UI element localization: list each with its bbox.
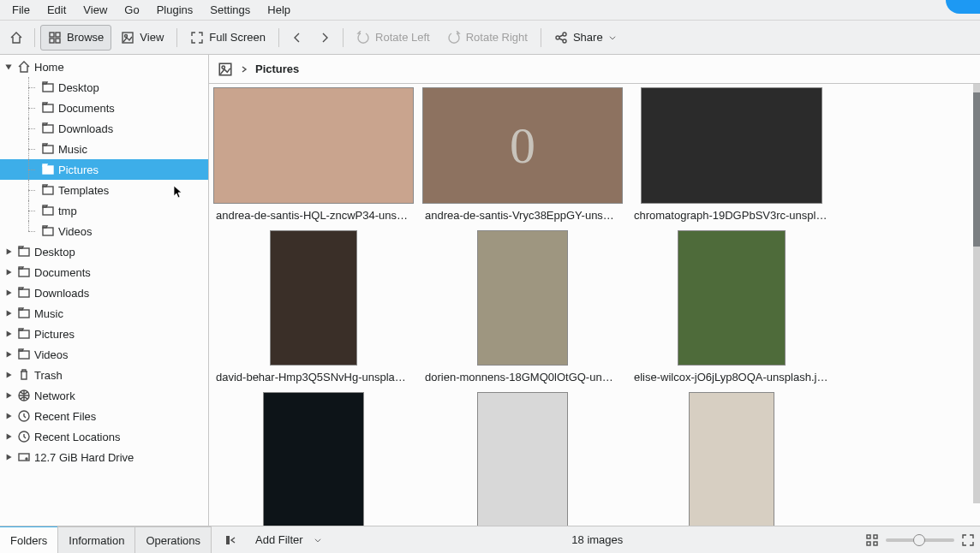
svg-point-5 — [125, 34, 128, 37]
menubar: File Edit View Go Plugins Settings Help — [0, 0, 980, 21]
svg-rect-1 — [56, 33, 60, 37]
panel-left-icon — [224, 533, 238, 547]
tree-item-videos[interactable]: Videos — [0, 221, 208, 241]
svg-rect-21 — [19, 330, 29, 338]
browse-mode-button[interactable]: Browse — [40, 25, 111, 51]
thumbnail-caption: andrea-de-santis-Vryc38EppGY-uns… — [425, 209, 620, 222]
view-mode-button[interactable]: View — [113, 25, 171, 51]
svg-rect-19 — [19, 289, 29, 297]
svg-rect-12 — [43, 146, 53, 153]
tree-home[interactable]: Home — [0, 56, 208, 77]
tree-item-trash[interactable]: Trash — [0, 365, 208, 385]
tree-label: Recent Files — [34, 410, 96, 423]
tree-item-music[interactable]: Music — [0, 139, 208, 159]
menu-view[interactable]: View — [75, 1, 116, 19]
view-label: View — [140, 31, 164, 44]
places-tree[interactable]: Home Desktop Documents Downloads Music P… — [0, 55, 209, 526]
chevron-left-icon — [290, 31, 304, 45]
place-icon — [17, 348, 31, 361]
thumbnail-item[interactable]: david-behar-Hmp3Q5SNvHg-unspla… — [209, 230, 418, 392]
menu-help[interactable]: Help — [259, 1, 299, 19]
fullscreen-icon[interactable] — [961, 533, 975, 547]
tree-label: Desktop — [58, 81, 99, 94]
tab-information[interactable]: Information — [57, 526, 135, 553]
thumbnail-item[interactable] — [209, 392, 418, 526]
svg-rect-18 — [19, 269, 29, 276]
tree-item-documents[interactable]: Documents — [0, 98, 208, 118]
thumbnail-item[interactable] — [627, 392, 836, 526]
folder-icon — [41, 101, 55, 115]
thumbnail-item[interactable] — [418, 392, 627, 526]
thumbnail-caption: david-behar-Hmp3Q5SNvHg-unspla… — [216, 371, 411, 384]
tab-folders[interactable]: Folders — [0, 526, 58, 553]
tree-item-videos[interactable]: Videos — [0, 344, 208, 365]
thumbnail-image — [689, 392, 774, 526]
thumbnail-item[interactable]: 0 andrea-de-santis-Vryc38EppGY-uns… — [418, 87, 627, 230]
rotate-left-icon — [356, 31, 370, 45]
tree-item-recent-locations[interactable]: Recent Locations — [0, 426, 208, 447]
rotate-right-button: Rotate Right — [439, 25, 535, 51]
place-icon — [17, 389, 31, 402]
tree-item-documents[interactable]: Documents — [0, 262, 208, 282]
tree-item-desktop[interactable]: Desktop — [0, 77, 208, 98]
tree-item-recent-files[interactable]: Recent Files — [0, 406, 208, 426]
prev-button[interactable] — [284, 25, 310, 51]
home-button[interactable] — [3, 25, 29, 51]
expander-closed-icon — [3, 288, 14, 298]
place-icon — [17, 430, 31, 443]
tree-item-desktop[interactable]: Desktop — [0, 241, 208, 262]
expander-closed-icon — [3, 329, 14, 339]
thumbnail-item[interactable]: elise-wilcox-jO6jLyp8OQA-unsplash.j… — [627, 230, 836, 392]
breadcrumb[interactable]: Pictures — [209, 55, 980, 84]
place-icon — [17, 450, 31, 464]
thumbnail-item[interactable]: dorien-monnens-18GMQ0lOtGQ-un… — [418, 230, 627, 392]
add-filter-label: Add Filter — [255, 533, 303, 546]
sidebar-tabs: Folders Information Operations — [0, 526, 212, 553]
tree-item-music[interactable]: Music — [0, 303, 208, 324]
separator — [34, 28, 35, 47]
svg-rect-11 — [43, 125, 53, 133]
svg-point-7 — [556, 36, 559, 39]
add-filter-button[interactable]: Add Filter — [248, 527, 330, 553]
thumbnail-grid[interactable]: andrea-de-santis-HQL-zncwP34-uns…0 andre… — [209, 84, 980, 526]
chevron-right-icon — [318, 31, 332, 45]
menu-plugins[interactable]: Plugins — [148, 1, 202, 19]
thumbnail-size-slider[interactable] — [886, 538, 954, 542]
svg-rect-2 — [50, 39, 54, 43]
tree-item-tmp[interactable]: tmp — [0, 200, 208, 221]
tree-label: Documents — [58, 102, 115, 115]
menu-settings[interactable]: Settings — [201, 1, 259, 19]
tree-item-12-7-gib-hard-drive[interactable]: 12.7 GiB Hard Drive — [0, 447, 208, 467]
thumbnail-image — [263, 392, 364, 526]
expander-closed-icon — [3, 452, 14, 462]
svg-point-8 — [563, 39, 566, 43]
grid-scrollbar-thumb[interactable] — [973, 92, 980, 247]
tree-label: Home — [34, 61, 64, 74]
tree-item-downloads[interactable]: Downloads — [0, 282, 208, 303]
tree-item-pictures[interactable]: Pictures — [0, 159, 208, 180]
toggle-sidebar-button[interactable] — [218, 527, 244, 553]
tree-item-downloads[interactable]: Downloads — [0, 118, 208, 139]
expander-closed-icon — [3, 308, 14, 318]
tree-item-pictures[interactable]: Pictures — [0, 324, 208, 344]
menu-edit[interactable]: Edit — [39, 1, 75, 19]
thumbnails-small-icon[interactable] — [865, 533, 879, 547]
svg-rect-17 — [19, 248, 29, 256]
menu-go[interactable]: Go — [116, 1, 147, 19]
thumbnail-item[interactable]: andrea-de-santis-HQL-zncwP34-uns… — [209, 87, 418, 230]
thumbnail-item[interactable]: chromatograph-19DGPbSV3rc-unspl… — [627, 87, 836, 230]
fullscreen-button[interactable]: Full Screen — [182, 25, 273, 51]
share-button[interactable]: Share — [547, 25, 624, 51]
tree-label: Trash — [34, 369, 63, 382]
breadcrumb-current[interactable]: Pictures — [255, 62, 299, 75]
tree-label: Templates — [58, 184, 109, 197]
tree-item-network[interactable]: Network — [0, 385, 208, 406]
next-button[interactable] — [312, 25, 338, 51]
thumbnail-image — [678, 230, 786, 366]
tab-operations[interactable]: Operations — [134, 526, 212, 553]
svg-rect-13 — [43, 166, 53, 174]
svg-rect-31 — [867, 535, 870, 538]
menu-file[interactable]: File — [3, 1, 39, 19]
svg-rect-32 — [874, 535, 877, 538]
slider-knob[interactable] — [913, 534, 925, 546]
